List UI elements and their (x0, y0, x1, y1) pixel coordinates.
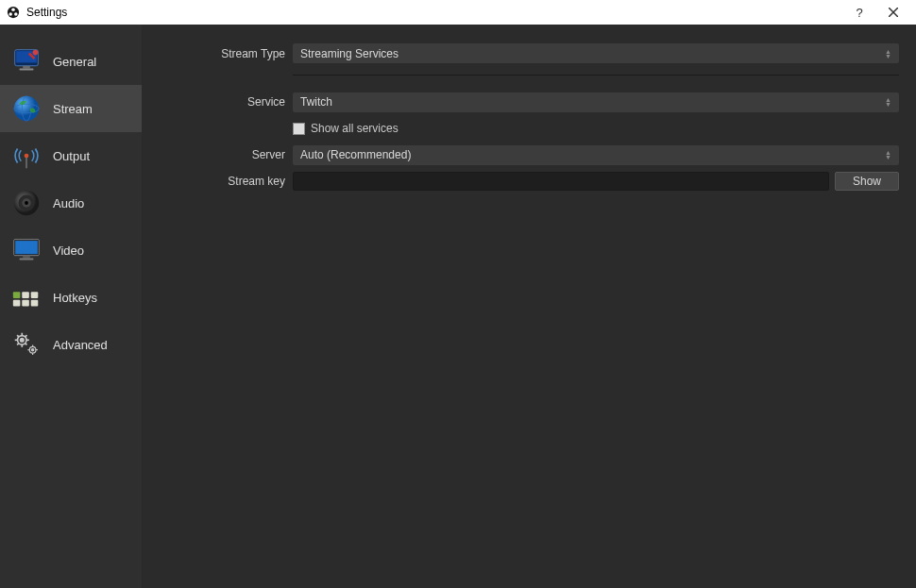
sidebar-item-label: Video (53, 244, 84, 258)
speaker-icon (9, 186, 43, 220)
stream-key-label: Stream key (142, 175, 293, 188)
sidebar-item-label: Hotkeys (53, 291, 97, 305)
svg-rect-23 (19, 259, 33, 260)
window-title: Settings (26, 6, 842, 19)
monitor-icon (9, 233, 43, 267)
server-label: Server (142, 148, 293, 161)
stream-key-row: Stream key Show (142, 170, 899, 193)
stream-type-value: Streaming Services (300, 47, 399, 60)
keyboard-icon (9, 280, 43, 314)
svg-line-39 (25, 335, 27, 337)
show-all-services-row: Show all services (142, 117, 899, 140)
service-select[interactable]: Twitch ▲▼ (293, 92, 899, 112)
sidebar-item-advanced[interactable]: Advanced (0, 321, 142, 368)
service-label: Service (142, 95, 293, 109)
svg-rect-24 (13, 292, 21, 298)
stream-type-select[interactable]: Streaming Services ▲▼ (293, 43, 899, 63)
svg-point-31 (21, 339, 24, 342)
server-value: Auto (Recommended) (300, 148, 411, 161)
sidebar-item-label: General (53, 55, 96, 69)
server-row: Server Auto (Recommended) ▲▼ (142, 143, 899, 166)
divider (293, 75, 899, 76)
svg-point-41 (31, 348, 33, 350)
service-value: Twitch (300, 95, 332, 109)
sidebar-item-label: Advanced (53, 338, 108, 352)
help-button[interactable]: ? (842, 0, 876, 25)
app-body: General Stream (0, 25, 916, 588)
sidebar-item-label: Output (53, 149, 90, 163)
show-all-services-checkbox[interactable]: Show all services (293, 122, 399, 135)
svg-line-37 (25, 344, 27, 345)
svg-point-1 (11, 8, 15, 11)
svg-rect-25 (22, 292, 29, 298)
sidebar-item-label: Stream (53, 102, 93, 116)
sidebar-item-video[interactable]: Video (0, 227, 142, 274)
titlebar: Settings ? (0, 0, 916, 25)
svg-rect-21 (15, 241, 38, 254)
stream-type-label: Stream Type (142, 47, 293, 60)
svg-rect-26 (31, 292, 39, 298)
close-button[interactable] (876, 0, 910, 25)
show-all-services-label: Show all services (311, 122, 399, 135)
svg-point-2 (8, 12, 12, 16)
svg-point-19 (25, 201, 28, 205)
sidebar-item-stream[interactable]: Stream (0, 85, 142, 132)
gears-icon (9, 328, 43, 361)
show-key-button[interactable]: Show (835, 172, 899, 191)
svg-rect-8 (23, 66, 30, 69)
server-select[interactable]: Auto (Recommended) ▲▼ (293, 145, 899, 165)
chevron-updown-icon: ▲▼ (885, 150, 891, 160)
chevron-updown-icon: ▲▼ (885, 49, 891, 59)
stream-type-row: Stream Type Streaming Services ▲▼ (142, 36, 899, 63)
svg-rect-29 (31, 300, 39, 307)
svg-point-14 (25, 154, 29, 159)
sidebar-item-audio[interactable]: Audio (0, 179, 142, 227)
svg-point-3 (14, 12, 17, 16)
settings-content: Stream Type Streaming Services ▲▼ Servic… (142, 25, 916, 588)
svg-point-11 (14, 96, 39, 121)
chevron-updown-icon: ▲▼ (885, 97, 891, 107)
sidebar-item-label: Audio (53, 196, 84, 210)
antenna-icon (9, 139, 43, 173)
monitor-wrench-icon (9, 44, 43, 78)
sidebar: General Stream (0, 25, 142, 588)
checkbox-icon (293, 123, 305, 135)
svg-rect-27 (13, 300, 21, 307)
sidebar-item-general[interactable]: General (0, 38, 142, 85)
svg-rect-28 (22, 300, 29, 307)
sidebar-item-hotkeys[interactable]: Hotkeys (0, 274, 142, 321)
svg-rect-9 (19, 69, 33, 71)
app-icon (6, 5, 21, 20)
svg-line-36 (17, 335, 19, 337)
svg-line-38 (17, 344, 19, 345)
sidebar-item-output[interactable]: Output (0, 132, 142, 179)
stream-key-input[interactable] (293, 172, 829, 191)
globe-icon (9, 92, 43, 126)
svg-rect-22 (23, 256, 30, 259)
service-row: Service Twitch ▲▼ (142, 91, 899, 113)
svg-point-10 (33, 50, 39, 56)
